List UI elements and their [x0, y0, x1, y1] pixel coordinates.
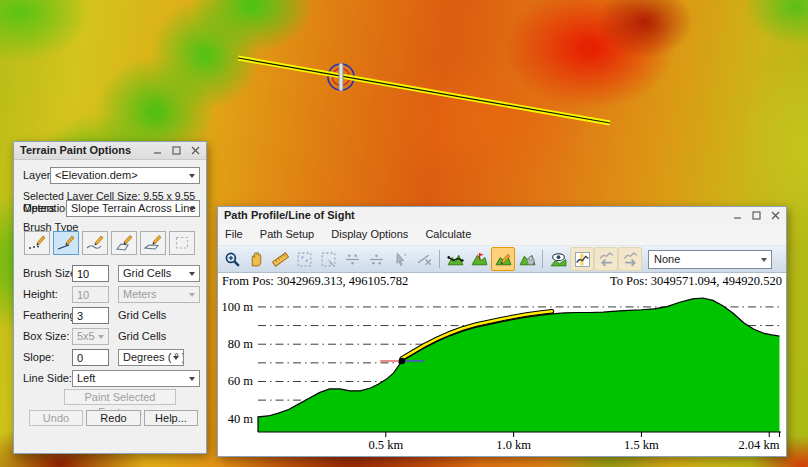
svg-text:1.5 km: 1.5 km	[624, 438, 659, 452]
overlay-select[interactable]: None	[648, 250, 772, 269]
maximize-icon[interactable]	[750, 209, 763, 222]
svg-text:2.04 km: 2.04 km	[738, 438, 779, 452]
chevron-down-icon	[173, 356, 179, 360]
delete-line-icon[interactable]	[412, 247, 436, 271]
select-region-icon[interactable]	[292, 247, 316, 271]
slope-label: Slope:	[23, 351, 54, 363]
chart-prev-icon[interactable]	[594, 247, 618, 271]
chevron-down-icon	[189, 293, 195, 297]
split-below-icon[interactable]	[364, 247, 388, 271]
select-region-move-icon[interactable]	[316, 247, 340, 271]
terrain-path-icon[interactable]	[443, 247, 467, 271]
undo-button: Undo	[29, 410, 83, 426]
svg-text:100 m: 100 m	[221, 300, 253, 314]
svg-text:0.5 km: 0.5 km	[368, 438, 403, 452]
minimize-icon[interactable]	[731, 209, 744, 222]
measure-icon[interactable]	[268, 247, 292, 271]
paint-selected-features-button: Paint Selected Features	[64, 389, 176, 405]
chart-next-icon[interactable]	[618, 247, 642, 271]
box-size-unit-text: Grid Cells	[118, 330, 166, 342]
layer-label: Layer	[23, 169, 51, 181]
minimize-icon[interactable]	[151, 144, 164, 157]
paint-dialog-title: Terrain Paint Options	[20, 144, 131, 156]
box-size-label: Box Size:	[23, 330, 69, 342]
slope-input[interactable]	[72, 349, 109, 366]
position-row: From Pos: 3042969.313, 496105.782 To Pos…	[218, 273, 786, 289]
toolbar-separator	[439, 250, 440, 268]
redo-button[interactable]: Redo	[86, 410, 141, 426]
maximize-icon[interactable]	[170, 144, 183, 157]
line-side-label: Line Side:	[23, 372, 72, 384]
feathering-unit-text: Grid Cells	[118, 309, 166, 321]
brush-size-unit-select[interactable]: Grid Cells	[118, 265, 200, 282]
profile-titlebar[interactable]: Path Profile/Line of Sight	[218, 207, 786, 224]
box-size-select: 5x5	[72, 328, 109, 345]
brush-line-button[interactable]	[53, 231, 79, 255]
svg-text:60 m: 60 m	[228, 374, 254, 388]
split-above-icon[interactable]	[340, 247, 364, 271]
feathering-input[interactable]	[72, 307, 109, 324]
line-side-select[interactable]: Left	[72, 370, 200, 387]
from-pos-text: From Pos: 3042969.313, 496105.782	[222, 274, 408, 289]
chevron-down-icon	[189, 377, 195, 381]
profile-title: Path Profile/Line of Sight	[224, 209, 355, 221]
menu-file[interactable]: File	[218, 228, 250, 240]
to-pos-text: To Pos: 3049571.094, 494920.520	[610, 274, 782, 289]
close-icon[interactable]	[189, 144, 202, 157]
brush-points-button[interactable]	[24, 231, 50, 255]
chevron-down-icon	[189, 272, 195, 276]
help-button[interactable]: Help...	[144, 410, 198, 426]
svg-text:80 m: 80 m	[228, 337, 254, 351]
height-unit-select: Meters	[118, 286, 200, 303]
close-icon[interactable]	[769, 209, 782, 222]
height-input	[72, 286, 109, 303]
path-profile-window: Path Profile/Line of Sight File Path Set…	[217, 206, 787, 457]
brush-size-label: Brush Size:	[23, 267, 79, 279]
toolbar-separator	[542, 250, 543, 268]
brush-rect-button[interactable]	[169, 231, 195, 255]
view-shed-icon[interactable]	[546, 247, 570, 271]
chevron-down-icon	[761, 258, 767, 262]
chevron-down-icon	[189, 174, 195, 178]
menu-path-setup[interactable]: Path Setup	[253, 228, 321, 240]
feathering-label: Feathering:	[23, 309, 79, 321]
menu-calculate[interactable]: Calculate	[418, 228, 478, 240]
height-label: Height:	[23, 288, 58, 300]
slope-unit-select[interactable]: Degrees ( ° )	[118, 349, 184, 366]
terrain-paint-icon[interactable]	[491, 247, 515, 271]
terrain-marker-icon[interactable]	[467, 247, 491, 271]
terrain-paint-options-dialog: Terrain Paint Options Layer <Elevation.d…	[13, 141, 207, 454]
menu-display-options[interactable]: Display Options	[324, 228, 415, 240]
brush-flat-area-button[interactable]	[140, 231, 166, 255]
terrain-tools-icon[interactable]	[515, 247, 539, 271]
chevron-down-icon	[189, 207, 195, 211]
svg-text:1.0 km: 1.0 km	[496, 438, 531, 452]
chevron-down-icon	[98, 335, 104, 339]
chart-highlight-icon[interactable]	[570, 247, 594, 271]
brush-curve-button[interactable]	[82, 231, 108, 255]
zoom-in-icon[interactable]	[220, 247, 244, 271]
operation-select[interactable]: Slope Terrain Across Line	[66, 200, 200, 217]
pan-hand-icon[interactable]	[244, 247, 268, 271]
layer-select[interactable]: <Elevation.dem>	[50, 167, 200, 184]
svg-text:40 m: 40 m	[228, 412, 254, 426]
profile-chart[interactable]: 0.5 km1.0 km1.5 km2.04 km40 m60 m80 m100…	[218, 289, 786, 454]
menu-bar: File Path Setup Display Options Calculat…	[218, 224, 786, 245]
pick-cursor-icon[interactable]	[388, 247, 412, 271]
brush-size-input[interactable]	[72, 265, 109, 282]
toolbar: None	[218, 245, 786, 273]
brush-area-button[interactable]	[111, 231, 137, 255]
paint-dialog-titlebar[interactable]: Terrain Paint Options	[14, 142, 206, 160]
